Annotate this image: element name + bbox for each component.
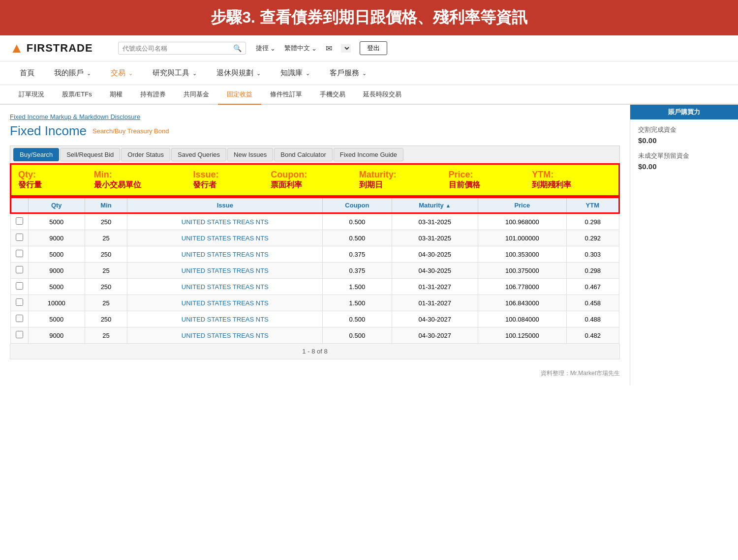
banner-text: 步驟3. 查看債券到期日跟價格、殘利率等資訊	[211, 8, 527, 26]
row-coupon: 0.375	[323, 246, 392, 263]
banner: 步驟3. 查看債券到期日跟價格、殘利率等資訊	[0, 0, 738, 35]
nav-item-research[interactable]: 研究與工具 ⌄	[143, 61, 207, 85]
row-price: 100.084000	[478, 311, 566, 327]
row-issue[interactable]: UNITED STATES TREAS NTS	[127, 327, 323, 344]
table-header-price[interactable]: Price	[478, 198, 566, 213]
main-content: Fixed Income Markup & Markdown Disclosur…	[0, 105, 630, 385]
pagination-row: 1 - 8 of 8	[10, 344, 620, 359]
row-min: 25	[85, 230, 127, 246]
row-issue[interactable]: UNITED STATES TREAS NTS	[127, 311, 323, 327]
table-row: 5000 250 UNITED STATES TREAS NTS 0.500 0…	[11, 311, 619, 327]
row-issue[interactable]: UNITED STATES TREAS NTS	[127, 279, 323, 295]
logo-text[interactable]: FIRSTRADE	[27, 42, 93, 55]
page-title: Fixed Income	[10, 123, 87, 139]
disclosure-link[interactable]: Fixed Income Markup & Markdown Disclosur…	[10, 113, 140, 120]
table-header-issue[interactable]: Issue	[127, 198, 323, 213]
row-qty: 5000	[29, 279, 85, 295]
row-issue[interactable]: UNITED STATES TREAS NTS	[127, 263, 323, 279]
row-issue[interactable]: UNITED STATES TREAS NTS	[127, 230, 323, 246]
sub-nav-conditional[interactable]: 條件性訂單	[261, 85, 311, 104]
header-nav-links: 捷徑 ⌄ 繁體中文 ⌄ ✉ 登出	[256, 41, 387, 55]
row-coupon: 0.375	[323, 263, 392, 279]
table-header-min[interactable]: Min	[85, 198, 127, 213]
sub-nav-stocks[interactable]: 股票/ETFs	[53, 85, 101, 104]
row-min: 25	[85, 327, 127, 344]
row-min: 25	[85, 295, 127, 311]
row-coupon: 1.500	[323, 295, 392, 311]
nav-item-retirement[interactable]: 退休與規劃 ⌄	[207, 61, 271, 85]
nav-item-home[interactable]: 首頁	[10, 61, 44, 85]
table-header-coupon[interactable]: Coupon	[323, 198, 392, 213]
row-maturity: 01-31-2027	[392, 295, 478, 311]
search-input[interactable]	[123, 45, 230, 52]
sub-nav-mobile[interactable]: 手機交易	[311, 85, 354, 104]
sub-nav-fixed-income[interactable]: 固定收益	[218, 85, 261, 105]
row-qty: 9000	[29, 263, 85, 279]
source-note: 資料整理：Mr.Market市場先生	[10, 369, 620, 378]
row-checkbox[interactable]	[11, 213, 29, 230]
row-min: 250	[85, 279, 127, 295]
row-checkbox[interactable]	[11, 246, 29, 263]
row-qty: 9000	[29, 327, 85, 344]
row-issue[interactable]: UNITED STATES TREAS NTS	[127, 213, 323, 230]
sub-nav-options[interactable]: 期權	[101, 85, 131, 104]
search-area[interactable]: 🔍	[118, 42, 246, 55]
row-qty: 5000	[29, 213, 85, 230]
toolbar-bond-calculator[interactable]: Bond Calculator	[274, 148, 333, 161]
row-coupon: 0.500	[323, 327, 392, 344]
toolbar-sell-bid[interactable]: Sell/Request Bid	[60, 148, 120, 161]
row-checkbox[interactable]	[11, 295, 29, 311]
table-header-ytm[interactable]: YTM	[566, 198, 619, 213]
row-min: 25	[85, 263, 127, 279]
language-dropdown[interactable]: 繁體中文 ⌄	[284, 44, 317, 53]
table-row: 5000 250 UNITED STATES TREAS NTS 0.500 0…	[11, 213, 619, 230]
toolbar-fixed-income-guide[interactable]: Fixed Income Guide	[334, 148, 403, 161]
pagination-label: 1 - 8 of 8	[302, 348, 327, 355]
row-price: 100.353000	[478, 246, 566, 263]
toolbar-new-issues[interactable]: New Issues	[227, 148, 273, 161]
header: ▲ FIRSTRADE 🔍 捷徑 ⌄ 繁體中文 ⌄ ✉ 登出	[0, 35, 738, 61]
row-ytm: 0.467	[566, 279, 619, 295]
row-maturity: 04-30-2025	[392, 263, 478, 279]
row-maturity: 04-30-2027	[392, 327, 478, 344]
nav-item-service[interactable]: 客戶服務 ⌄	[320, 61, 376, 85]
row-ytm: 0.458	[566, 295, 619, 311]
row-issue[interactable]: UNITED STATES TREAS NTS	[127, 295, 323, 311]
sub-nav-orders[interactable]: 訂單現況	[10, 85, 53, 104]
shortcut-dropdown[interactable]: 捷徑 ⌄	[256, 44, 276, 53]
sub-nav-holdings[interactable]: 持有證券	[131, 85, 175, 104]
row-qty: 9000	[29, 230, 85, 246]
nav-item-account[interactable]: 我的賬戶 ⌄	[44, 61, 101, 85]
sub-nav-extended[interactable]: 延長時段交易	[354, 85, 410, 104]
row-qty: 10000	[29, 295, 85, 311]
row-min: 250	[85, 246, 127, 263]
row-issue[interactable]: UNITED STATES TREAS NTS	[127, 246, 323, 263]
sidebar-title: 賬戶購買力	[630, 105, 738, 119]
row-checkbox[interactable]	[11, 263, 29, 279]
row-price: 100.968000	[478, 213, 566, 230]
nav-item-trade[interactable]: 交易 ⌄	[101, 61, 143, 85]
row-coupon: 0.500	[323, 230, 392, 246]
maturity-sort-icon: ▲	[445, 203, 451, 208]
row-price: 100.125000	[478, 327, 566, 344]
sidebar-item-0: 交割完成資金 $0.00	[638, 125, 730, 145]
search-icon[interactable]: 🔍	[233, 44, 242, 52]
toolbar-buy-search[interactable]: Buy/Search	[13, 148, 59, 161]
nav-item-knowledge[interactable]: 知識庫 ⌄	[271, 61, 320, 85]
annotation-qty: Qty: 發行量	[18, 170, 82, 190]
logo-icon: ▲	[10, 40, 24, 56]
toolbar-order-status[interactable]: Order Status	[121, 148, 170, 161]
mail-icon[interactable]: ✉	[326, 44, 332, 53]
sub-nav-mutual[interactable]: 共同基金	[175, 85, 218, 104]
annotation-coupon: Coupon: 票面利率	[271, 170, 347, 190]
row-checkbox[interactable]	[11, 279, 29, 295]
table-header-maturity[interactable]: Maturity ▲	[392, 198, 478, 213]
row-checkbox[interactable]	[11, 230, 29, 246]
table-header-qty[interactable]: Qty	[29, 198, 85, 213]
toolbar-saved-queries[interactable]: Saved Queries	[171, 148, 226, 161]
account-select[interactable]	[341, 44, 351, 53]
row-checkbox[interactable]	[11, 327, 29, 344]
sub-nav: 訂單現況 股票/ETFs 期權 持有證券 共同基金 固定收益 條件性訂單 手機交…	[0, 85, 738, 105]
row-checkbox[interactable]	[11, 311, 29, 327]
logout-button[interactable]: 登出	[360, 41, 387, 55]
